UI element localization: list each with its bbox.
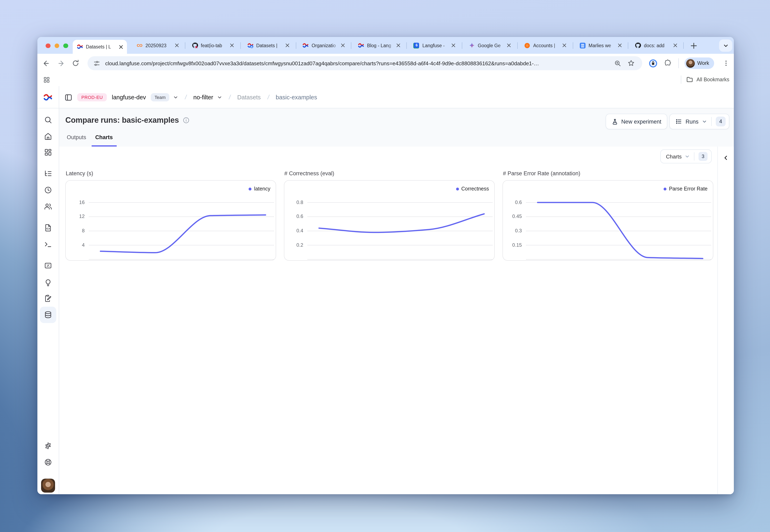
y-tick-label: 0.2 — [284, 242, 303, 248]
close-tab-icon[interactable] — [340, 42, 346, 48]
browser-tabs: CO20250923feat(io-tabDatasets |Organizat… — [133, 37, 687, 54]
y-tick-label: 0.45 — [503, 214, 522, 219]
close-tab-icon[interactable] — [174, 42, 179, 48]
bookmarks-bar: All Bookmarks — [37, 73, 734, 86]
close-tab-icon[interactable] — [118, 44, 124, 50]
browser-tab[interactable]: Blog - Lang — [354, 38, 403, 52]
browser-tab[interactable]: Organizatio — [299, 38, 348, 52]
y-tick-label: 12 — [66, 214, 85, 219]
info-icon[interactable] — [183, 117, 189, 124]
browser-tab[interactable]: feat(io-tab — [188, 38, 238, 52]
bookmarks-separator — [681, 75, 681, 84]
browser-tab[interactable]: 6Langfuse - — [410, 38, 459, 52]
gear-icon — [44, 442, 52, 450]
close-tab-icon[interactable] — [561, 42, 567, 48]
langfuse-icon — [303, 42, 309, 48]
file-code-icon — [44, 224, 52, 232]
tab-search-chevron-icon[interactable] — [719, 39, 732, 52]
sidebar-item-support[interactable] — [40, 454, 56, 470]
forward-icon[interactable] — [55, 58, 66, 69]
chart-1: Latency (s)161284latency — [65, 170, 276, 261]
browser-tab[interactable]: Google Ge — [465, 38, 514, 52]
profile-chip[interactable]: Work — [685, 57, 714, 69]
breadcrumb-project[interactable]: no-filter — [193, 94, 213, 101]
browser-tab[interactable]: docs: add — [631, 38, 681, 52]
apps-grid-icon[interactable] — [41, 74, 52, 85]
charts-chevron-icon — [685, 154, 690, 159]
breadcrumb-dataset[interactable]: basic-examples — [276, 94, 317, 101]
new-tab-button[interactable] — [689, 41, 698, 50]
tab-outputs[interactable]: Outputs — [63, 134, 90, 147]
reload-icon[interactable] — [70, 58, 81, 69]
browser-tab[interactable]: CO20250923 — [133, 38, 182, 52]
database-icon — [44, 311, 52, 319]
sidebar-item-insights[interactable] — [40, 274, 56, 290]
new-experiment-button[interactable]: New experiment — [606, 114, 668, 129]
langfuse-logo-icon[interactable] — [43, 93, 53, 103]
zoom-icon[interactable] — [612, 58, 623, 69]
runs-label: Runs — [686, 118, 699, 125]
tab-title: Blog - Lang — [367, 43, 395, 48]
sidebar-item-evals[interactable] — [40, 257, 56, 274]
sidebar-item-users[interactable] — [40, 198, 56, 214]
list-tree-icon — [44, 169, 52, 178]
window-controls[interactable] — [46, 43, 68, 48]
runs-chevron-icon — [702, 119, 707, 124]
bookmark-star-icon[interactable] — [626, 58, 637, 69]
sidebar-toggle-icon[interactable] — [64, 93, 72, 101]
browser-menu-icon[interactable] — [721, 58, 731, 69]
tab-charts[interactable]: Charts — [92, 134, 117, 147]
browser-tab[interactable]: Accounts | — [520, 38, 570, 52]
charts-panel: Charts 3 Latency (s)161284latency# Corre… — [59, 147, 734, 494]
langfuse-icon — [358, 42, 364, 48]
sidebar-item-prompts[interactable] — [40, 220, 56, 236]
chart-2: # Correctness (eval)0.80.60.40.2Correctn… — [284, 170, 495, 261]
sidebar-item-datasets[interactable] — [40, 306, 56, 323]
gemini-icon — [469, 42, 475, 48]
maximize-window-icon[interactable] — [63, 43, 68, 48]
sidebar-item-playground[interactable] — [40, 236, 56, 252]
close-window-icon[interactable] — [46, 43, 50, 48]
close-tab-icon[interactable] — [617, 42, 623, 48]
extensions-icon[interactable] — [662, 58, 673, 69]
url-text[interactable]: cloud.langfuse.com/project/cmfwgv8fx002o… — [105, 60, 637, 66]
runs-button[interactable]: Runs 4 — [670, 114, 729, 129]
back-icon[interactable] — [41, 58, 51, 69]
tab-title: Organizatio — [312, 43, 340, 48]
collapse-panel-icon[interactable] — [721, 153, 730, 162]
org-chevron-icon[interactable] — [173, 95, 178, 100]
sidebar-item-sessions[interactable] — [40, 182, 56, 198]
browser-tab[interactable]: Datasets | — [244, 38, 293, 52]
browser-tab[interactable]: Marlies we — [576, 38, 625, 52]
sidebar-item-tracing[interactable] — [40, 165, 56, 182]
minimize-window-icon[interactable] — [54, 43, 59, 48]
avatar — [41, 478, 55, 492]
browser-tab-active[interactable]: Datasets | L — [73, 40, 127, 54]
sidebar-profile-avatar[interactable] — [40, 477, 56, 494]
sidebar-item-settings[interactable] — [40, 438, 56, 454]
sidebar-item-dashboards[interactable] — [40, 144, 56, 161]
close-tab-icon[interactable] — [285, 42, 290, 48]
breadcrumb-section[interactable]: Datasets — [237, 94, 261, 101]
sidebar-item-search[interactable] — [40, 112, 56, 128]
profile-avatar — [686, 59, 695, 68]
close-tab-icon[interactable] — [229, 42, 235, 48]
close-tab-icon[interactable] — [672, 42, 678, 48]
close-tab-icon[interactable] — [451, 42, 456, 48]
all-bookmarks[interactable]: All Bookmarks — [681, 73, 729, 86]
tab-title: Accounts | — [533, 43, 561, 48]
chart-legend: Correctness — [456, 186, 489, 192]
langfuse-favicon-icon — [77, 44, 83, 50]
tab-title: Langfuse - — [422, 43, 451, 48]
breadcrumb-org[interactable]: langfuse-dev — [112, 94, 146, 101]
address-bar[interactable]: cloud.langfuse.com/project/cmfwgv8fx002o… — [87, 56, 642, 70]
sidebar-item-annotation[interactable] — [40, 290, 56, 307]
site-settings-icon[interactable] — [93, 60, 100, 67]
clock-icon — [44, 186, 52, 194]
close-tab-icon[interactable] — [395, 42, 401, 48]
close-tab-icon[interactable] — [506, 42, 512, 48]
password-manager-icon[interactable] — [648, 58, 658, 69]
charts-selector-button[interactable]: Charts 3 — [660, 149, 712, 163]
sidebar-item-home[interactable] — [40, 128, 56, 144]
project-chevron-icon[interactable] — [217, 95, 222, 100]
